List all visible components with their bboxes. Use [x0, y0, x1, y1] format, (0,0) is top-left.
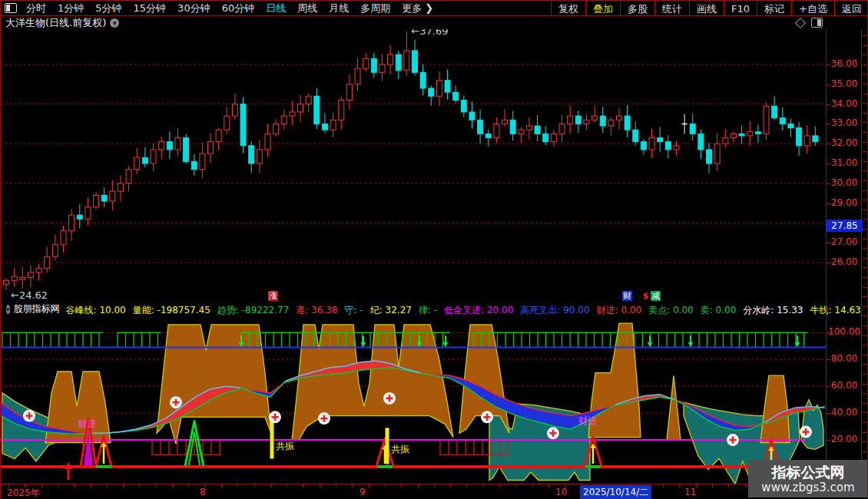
minor-tick	[863, 132, 866, 133]
chart-badge-减: 减	[651, 291, 661, 301]
title-icons	[797, 18, 823, 28]
title-row: 大洋生物(日线.前复权) ▾	[5, 17, 119, 28]
menu-tool-2[interactable]: 多股	[620, 1, 654, 15]
minor-tick	[863, 335, 866, 336]
panel-tick	[827, 386, 830, 387]
date-tick	[385, 484, 386, 487]
panel-tick	[827, 413, 830, 414]
menu-tool-5[interactable]: F10	[724, 1, 757, 15]
date-tick	[352, 484, 353, 487]
menu-tool-0[interactable]: 复权	[551, 1, 585, 15]
date-tick	[679, 484, 680, 487]
last-price-tag: 27.85	[827, 220, 863, 232]
menu-period-1[interactable]: 1分钟	[58, 2, 84, 15]
menu-period-10[interactable]: 更多 ❯	[402, 2, 433, 15]
minor-tick	[863, 374, 866, 375]
minor-tick	[863, 64, 866, 65]
minor-tick	[863, 142, 866, 143]
gongzhen-label: 共振	[391, 444, 409, 454]
menu-tool-4[interactable]: 画线	[689, 1, 724, 15]
date-tick	[466, 484, 467, 487]
diamond-icon[interactable]	[795, 17, 806, 28]
month-label-8[interactable]: 8	[200, 487, 206, 497]
date-tick	[401, 484, 402, 487]
price-label-35.00: 35.00	[827, 78, 861, 89]
menu-tool-6[interactable]: 标记	[757, 1, 791, 15]
date-tick	[139, 484, 140, 487]
month-label-9[interactable]: 9	[359, 487, 366, 497]
panel-toggle-icon[interactable]	[5, 3, 17, 13]
minor-tick	[863, 45, 866, 46]
chart-badge-财: 财	[622, 291, 632, 301]
date-tick	[188, 484, 189, 487]
month-label-10[interactable]: 10	[555, 487, 567, 497]
date-tick	[320, 484, 320, 487]
stock-title: 大洋生物(日线.前复权)	[5, 16, 106, 30]
date-tick	[515, 484, 516, 487]
date-tick	[172, 484, 173, 487]
menu-period-4[interactable]: 30分钟	[177, 2, 210, 15]
minor-tick	[863, 122, 866, 123]
price-tick	[827, 243, 830, 243]
menu-tool-7[interactable]: +自选	[791, 1, 834, 15]
date-tick	[532, 484, 533, 487]
minor-tick	[863, 412, 866, 413]
chart-badge-涨: 涨	[268, 291, 278, 301]
date-tick	[254, 484, 255, 487]
menu-period-7[interactable]: 周线	[297, 2, 317, 15]
indicator-param-5: 纪: 32.27	[370, 305, 412, 316]
minor-tick	[863, 277, 866, 278]
date-tick	[221, 484, 222, 487]
price-label-29.00: 29.00	[827, 197, 861, 208]
menu-tool-3[interactable]: 统计	[654, 1, 689, 15]
menu-period-0[interactable]: 分时	[26, 2, 46, 15]
minor-tick	[863, 94, 866, 94]
menu-period-3[interactable]: 15分钟	[134, 2, 167, 15]
panel-label-100.00: 100.00	[827, 326, 861, 337]
indicator-param-7: 低金叉进: 20.00	[444, 305, 513, 316]
date-tick	[270, 484, 271, 487]
minor-tick	[863, 219, 866, 220]
panel-tick	[827, 440, 830, 441]
menu-period-9[interactable]: 多周期	[360, 2, 390, 15]
date-tick	[123, 484, 124, 487]
price-tick	[827, 104, 830, 105]
top-menu-bar: 分时1分钟5分钟15分钟30分钟60分钟日线周线月线多周期更多 ❯ 复权叠加多股…	[1, 0, 868, 16]
menu-tool-1[interactable]: 叠加	[585, 1, 620, 15]
minor-tick	[863, 364, 866, 365]
menu-tool-8[interactable]: 返回	[834, 1, 868, 15]
price-tick	[827, 144, 830, 144]
minor-tick	[863, 345, 866, 345]
date-tick	[663, 484, 664, 487]
minor-tick	[863, 316, 866, 316]
month-label-11[interactable]: 11	[684, 487, 696, 497]
indicator-param-9: 财进: 0.00	[597, 305, 642, 316]
indicator-panel-chart[interactable]: 共振共振财进财进	[1, 317, 826, 484]
indicator-param-8: 高死叉出: 90.00	[520, 305, 589, 316]
menu-period-2[interactable]: 5分钟	[95, 2, 121, 15]
minor-tick	[863, 384, 866, 385]
panel-label-80.00: 80.00	[827, 353, 861, 364]
year-label: 2025年	[7, 487, 40, 499]
price-tick	[827, 124, 830, 124]
menu-period-6[interactable]: 日线	[266, 2, 286, 15]
chevron-down-icon[interactable]: ▾	[110, 18, 119, 28]
price-label-32.00: 32.00	[827, 137, 861, 148]
menu-period-8[interactable]: 月线	[329, 2, 349, 15]
candlestick-chart[interactable]: ←37.69←24.62	[1, 29, 826, 301]
minor-tick	[863, 267, 866, 268]
axis-border-right	[861, 29, 862, 484]
panel-label-60.00: 60.00	[827, 380, 861, 391]
minor-tick	[863, 326, 866, 326]
collapse-indicator-icon[interactable]: ▾	[6, 305, 10, 314]
date-tick	[336, 484, 336, 487]
split-pane-icon[interactable]	[811, 18, 823, 28]
price-tick	[827, 164, 830, 164]
menu-period-5[interactable]: 60分钟	[222, 2, 255, 15]
date-tick	[548, 484, 549, 487]
chart-badge-$: $	[641, 291, 651, 301]
low-annotation: ←24.62	[11, 289, 48, 301]
indicator-header: ▾ 股朋指标网 谷峰线: 10.00量能: -198757.45趋势: -892…	[2, 302, 867, 316]
minor-tick	[863, 229, 866, 230]
indicator-param-4: 守: -	[345, 305, 363, 316]
